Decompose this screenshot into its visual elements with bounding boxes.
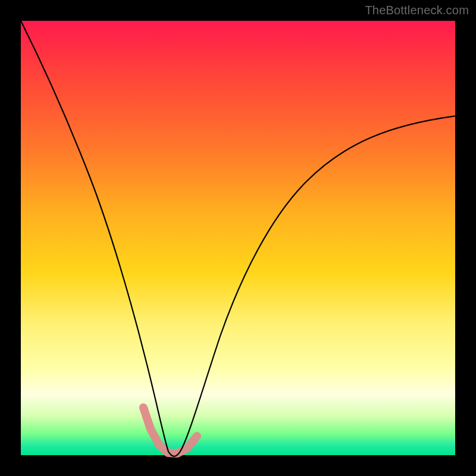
- bottleneck-curve: [21, 21, 455, 456]
- watermark-text: TheBottleneck.com: [365, 4, 469, 17]
- chart-outer-frame: TheBottleneck.com: [0, 0, 476, 476]
- bottleneck-curve-svg: [21, 21, 455, 455]
- chart-plot-area: [21, 21, 455, 455]
